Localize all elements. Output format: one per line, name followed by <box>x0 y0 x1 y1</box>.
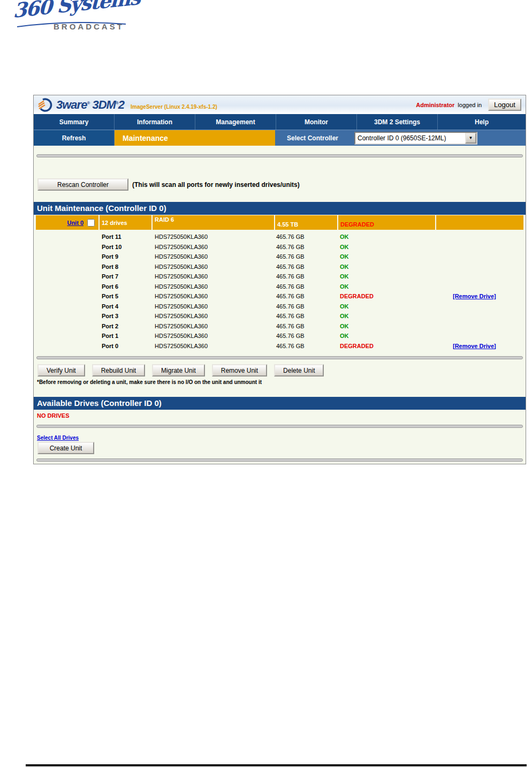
tab-summary[interactable]: Summary <box>34 114 115 130</box>
app-banner-left: 3ware® 3DM®2 ImageServer (Linux 2.4.19-x… <box>37 98 217 112</box>
company-name: 360 Systems <box>13 0 140 22</box>
divider <box>36 425 523 428</box>
drive-status: OK <box>338 252 436 262</box>
drive-status: OK <box>338 262 436 272</box>
drive-model: HDS725050KLA360 <box>153 291 275 302</box>
unit-buttons: Verify Unit Rebuild Unit Migrate Unit Re… <box>37 364 526 377</box>
page-footer-rule <box>26 764 527 766</box>
unit-maintenance-header: Unit Maintenance (Controller ID 0) <box>34 202 526 215</box>
server-info: ImageServer (Linux 2.4.19-xfs-1.2) <box>131 104 217 110</box>
drive-size: 465.76 GB <box>275 331 338 341</box>
app-title: 3ware® 3DM®2 <box>56 98 124 112</box>
controller-select[interactable]: Controller ID 0 (9650SE-12ML) ▼ <box>354 132 477 145</box>
drive-status: OK <box>338 321 436 332</box>
port-row: Port 10 HDS725050KLA360 465.76 GB OK <box>36 242 523 252</box>
drive-action-cell <box>436 272 523 282</box>
remove-drive-link[interactable]: [Remove Drive] <box>453 343 496 349</box>
port-row: Port 6 HDS725050KLA360 465.76 GB OK <box>36 282 523 292</box>
product-version: 2 <box>118 98 124 111</box>
remove-drive-link[interactable]: [Remove Drive] <box>453 293 496 299</box>
port-row: Port 0 HDS725050KLA360 465.76 GB DEGRADE… <box>36 341 523 351</box>
delete-unit-button[interactable]: Delete Unit <box>274 364 324 377</box>
drive-size: 465.76 GB <box>275 232 338 242</box>
rescan-controller-button[interactable]: Rescan Controller <box>37 178 128 191</box>
port-row: Port 8 HDS725050KLA360 465.76 GB OK <box>36 262 523 272</box>
drive-action-cell <box>436 302 523 312</box>
unit-warning-note: *Before removing or deleting a unit, mak… <box>37 379 526 385</box>
tab-monitor[interactable]: Monitor <box>276 114 357 130</box>
port-label: Port 1 <box>100 331 153 341</box>
drive-model: HDS725050KLA360 <box>153 262 275 272</box>
select-controller-label: Select Controller <box>287 134 338 142</box>
port-row-indent <box>36 252 100 262</box>
unit-drive-count: 12 drives <box>100 215 153 230</box>
port-row-indent <box>36 311 100 321</box>
port-row: Port 11 HDS725050KLA360 465.76 GB OK <box>36 232 523 242</box>
drive-status: OK <box>338 232 436 242</box>
tab-3dm2-settings[interactable]: 3DM 2 Settings <box>357 114 438 130</box>
available-drives-header: Available Drives (Controller ID 0) <box>34 397 526 410</box>
port-label: Port 4 <box>100 302 153 312</box>
brand-3ware: 3ware <box>56 98 87 111</box>
port-label: Port 2 <box>100 321 153 332</box>
port-row: Port 9 HDS725050KLA360 465.76 GB OK <box>36 252 523 262</box>
create-unit-button[interactable]: Create Unit <box>37 442 94 454</box>
drive-model: HDS725050KLA360 <box>153 282 275 292</box>
drive-model: HDS725050KLA360 <box>153 311 275 321</box>
drive-action-cell <box>436 331 523 341</box>
drive-size: 465.76 GB <box>275 311 338 321</box>
drive-action-cell <box>436 242 523 252</box>
sub-nav: Refresh Maintenance Select Controller Co… <box>34 130 526 146</box>
tab-management[interactable]: Management <box>195 114 276 130</box>
tab-information[interactable]: Information <box>115 114 195 130</box>
port-label: Port 6 <box>100 282 153 292</box>
company-logo: 360 Systems® BROADCAST <box>13 1 141 31</box>
drive-status: DEGRADED <box>338 341 436 351</box>
port-row-indent <box>36 291 100 302</box>
rescan-hint: (This will scan all ports for newly inse… <box>132 181 300 191</box>
drive-action-cell <box>436 232 523 242</box>
rebuild-unit-button[interactable]: Rebuild Unit <box>92 364 145 377</box>
unit-cell: Unit 0 <box>36 215 100 230</box>
port-rows: Port 11 HDS725050KLA360 465.76 GB OK Por… <box>36 232 523 351</box>
port-row: Port 4 HDS725050KLA360 465.76 GB OK <box>36 302 523 312</box>
tab-help[interactable]: Help <box>438 114 526 130</box>
3dm2-window: 3ware® 3DM®2 ImageServer (Linux 2.4.19-x… <box>33 95 526 464</box>
unit-raid-level: RAID 6 <box>153 215 275 230</box>
chevron-down-icon[interactable]: ▼ <box>465 133 476 144</box>
brand-reg: ® <box>87 100 89 105</box>
unit-0-checkbox[interactable] <box>87 219 95 227</box>
port-label: Port 9 <box>100 252 153 262</box>
verify-unit-button[interactable]: Verify Unit <box>37 364 85 377</box>
refresh-button[interactable]: Refresh <box>34 130 115 146</box>
3ware-swirl-icon <box>37 98 54 112</box>
drive-model: HDS725050KLA360 <box>153 341 275 351</box>
unit-summary-row: Unit 0 12 drives RAID 6 4.55 TB DEGRADED <box>36 215 523 230</box>
drive-action-cell: [Remove Drive] <box>436 341 523 351</box>
drive-action-cell: [Remove Drive] <box>436 291 523 302</box>
drive-size: 465.76 GB <box>275 272 338 282</box>
logout-button[interactable]: Logout <box>488 99 521 111</box>
controller-select-area: Select Controller Controller ID 0 (9650S… <box>275 130 526 146</box>
remove-unit-button[interactable]: Remove Unit <box>212 364 267 377</box>
port-row: Port 5 HDS725050KLA360 465.76 GB DEGRADE… <box>36 291 523 302</box>
port-row: Port 1 HDS725050KLA360 465.76 GB OK <box>36 331 523 341</box>
drive-model: HDS725050KLA360 <box>153 302 275 312</box>
port-row-indent <box>36 242 100 252</box>
select-all-drives-link[interactable]: Select All Drives <box>37 435 79 441</box>
migrate-unit-button[interactable]: Migrate Unit <box>152 364 205 377</box>
product-3dm: 3DM <box>92 98 115 111</box>
port-row-indent <box>36 341 100 351</box>
drive-action-cell <box>436 252 523 262</box>
drive-size: 465.76 GB <box>275 291 338 302</box>
drive-status: OK <box>338 242 436 252</box>
drive-status: OK <box>338 311 436 321</box>
port-label: Port 5 <box>100 291 153 302</box>
divider <box>36 356 523 359</box>
unit-0-link[interactable]: Unit 0 <box>67 220 83 226</box>
port-row-indent <box>36 331 100 341</box>
app-banner: 3ware® 3DM®2 ImageServer (Linux 2.4.19-x… <box>34 95 526 114</box>
main-nav: Summary Information Management Monitor 3… <box>34 114 526 130</box>
port-row-indent <box>36 232 100 242</box>
port-label: Port 7 <box>100 272 153 282</box>
